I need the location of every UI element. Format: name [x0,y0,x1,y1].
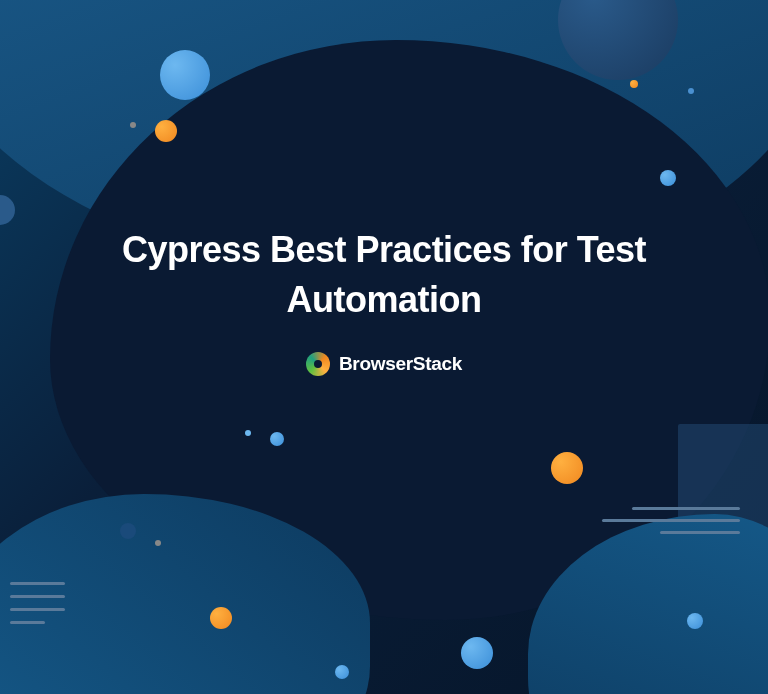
decorative-dot [688,88,694,94]
decorative-dot [270,432,284,446]
decorative-dot [461,637,493,669]
browserstack-icon [306,352,330,376]
content-area: Cypress Best Practices for Test Automati… [0,225,768,376]
decorative-lines-right [632,507,740,534]
decorative-dot [155,540,161,546]
decorative-dot [335,665,349,679]
brand-logo: BrowserStack [0,352,768,376]
page-title: Cypress Best Practices for Test Automati… [0,225,768,326]
decorative-dot [155,120,177,142]
decorative-dot [245,430,251,436]
brand-name: BrowserStack [339,353,462,375]
decorative-dot [687,613,703,629]
decorative-lines-left [10,582,65,624]
decorative-dot [660,170,676,186]
decorative-dot [160,50,210,100]
decorative-dot [130,122,136,128]
decorative-dot [551,452,583,484]
decorative-dot [630,80,638,88]
decorative-dot [0,195,15,225]
decorative-dot [210,607,232,629]
decorative-dot [120,523,136,539]
